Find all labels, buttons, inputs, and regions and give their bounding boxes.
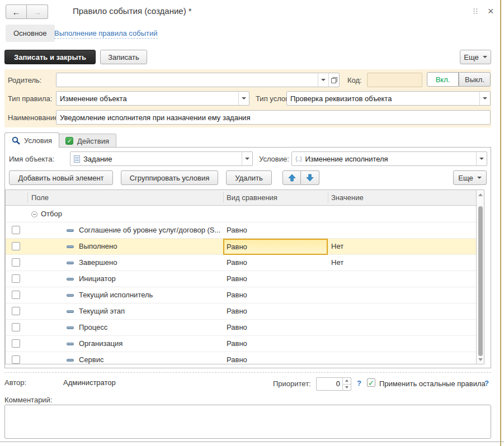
row-value[interactable]: Нет — [328, 255, 343, 271]
column-header-comparison[interactable]: Вид сравнения — [227, 190, 277, 206]
apply-help-icon[interactable]: ? — [484, 379, 489, 387]
condition-type-dropdown-button[interactable] — [479, 92, 490, 105]
row-checkbox[interactable] — [12, 355, 20, 364]
scroll-up-icon[interactable] — [477, 191, 484, 198]
back-arrow-icon: ← — [12, 7, 21, 17]
object-name-dropdown-button[interactable] — [242, 152, 252, 165]
filter-item-icon — [67, 245, 74, 248]
move-up-button[interactable] — [282, 170, 301, 185]
table-row[interactable]: Организация Равно — [6, 336, 476, 352]
condition-combo[interactable]: {..} Изменение исполнителя — [291, 151, 487, 166]
tab-conditions[interactable]: Условия — [4, 132, 59, 148]
row-checkbox[interactable] — [12, 258, 20, 267]
column-header-field[interactable]: Поле — [31, 190, 49, 206]
enabled-off-button[interactable]: Выкл. — [459, 72, 491, 87]
group-conditions-button[interactable]: Сгруппировать условия — [121, 170, 218, 185]
row-comparison[interactable]: Равно — [223, 287, 328, 303]
table-row[interactable]: Сервис Равно — [6, 352, 476, 364]
move-down-button[interactable] — [301, 170, 319, 185]
row-comparison[interactable]: Равно — [223, 303, 328, 319]
add-element-button[interactable]: Добавить новый элемент — [9, 170, 113, 185]
tab-actions[interactable]: ✓ Действия — [58, 134, 116, 148]
row-checkbox[interactable] — [12, 307, 20, 315]
vertical-scrollbar[interactable] — [476, 190, 484, 364]
conditions-table: Поле Вид сравнения Значение Отбор Соглаш… — [5, 189, 484, 364]
form-more-label: Еще — [464, 53, 478, 61]
table-row[interactable]: Завершено Равно Нет — [6, 255, 476, 271]
collapse-icon[interactable] — [31, 211, 37, 217]
chevron-down-icon — [245, 158, 249, 160]
more-menu-icon[interactable] — [472, 7, 479, 16]
object-name-label: Имя объекта: — [9, 155, 54, 163]
conditions-more-button[interactable]: Еще — [453, 170, 487, 185]
object-name-value: Задание — [80, 155, 242, 163]
chevron-down-icon — [483, 97, 487, 99]
close-icon[interactable]: × — [488, 7, 494, 15]
condition-type-value: Проверка реквизитов объекта — [287, 94, 479, 103]
save-and-close-button[interactable]: Записать и закрыть — [4, 50, 96, 64]
scroll-down-icon[interactable] — [477, 355, 484, 363]
history-nav: ← → — [6, 4, 48, 19]
row-field: Завершено — [79, 255, 117, 271]
search-icon — [12, 136, 20, 145]
apply-other-rules-checkbox[interactable]: ✓ — [367, 378, 375, 387]
table-row[interactable]: Выполнено Равно Нет — [6, 239, 476, 255]
table-row[interactable]: Соглашение об уровне услуг/договор (S...… — [6, 222, 476, 239]
back-button[interactable]: ← — [6, 4, 27, 19]
tab-conditions-label: Условия — [24, 136, 52, 145]
parent-dropdown-button[interactable] — [318, 73, 328, 87]
column-header-value[interactable]: Значение — [331, 190, 364, 206]
table-row[interactable]: Процесс Равно — [6, 320, 476, 336]
row-comparison[interactable]: Равно — [223, 239, 328, 255]
name-input[interactable]: Уведомление исполнителя при назначении е… — [56, 110, 491, 125]
row-checkbox[interactable] — [12, 323, 20, 331]
condition-value: Изменение исполнителя — [302, 155, 476, 163]
rule-type-value: Изменение объекта — [56, 94, 238, 103]
window-right-edge — [500, 0, 501, 446]
row-comparison[interactable]: Равно — [223, 255, 328, 271]
filter-item-icon — [67, 294, 74, 297]
row-field: Сервис — [79, 352, 104, 364]
code-input — [367, 73, 422, 87]
filter-item-icon — [67, 278, 74, 281]
priority-stepper[interactable]: 0 — [316, 377, 351, 391]
row-comparison[interactable]: Равно — [223, 352, 328, 364]
rule-type-dropdown-button[interactable] — [238, 92, 249, 105]
separator — [4, 372, 491, 373]
tab-main[interactable]: Основное — [6, 25, 55, 42]
row-comparison[interactable]: Равно — [223, 222, 328, 238]
enabled-toggle: Вкл. Выкл. — [427, 72, 491, 87]
comment-input[interactable] — [4, 405, 491, 439]
row-comparison[interactable]: Равно — [223, 336, 328, 352]
row-value[interactable]: Нет — [328, 239, 343, 254]
apply-other-rules-label: Применить остальные правила — [379, 379, 486, 388]
spin-up-icon[interactable] — [343, 378, 351, 385]
arrow-down-icon — [306, 174, 314, 182]
form-more-button[interactable]: Еще — [460, 50, 491, 64]
save-button[interactable]: Записать — [100, 50, 147, 64]
priority-help-icon[interactable]: ? — [357, 379, 361, 387]
delete-button[interactable]: Удалить — [226, 170, 272, 185]
link-rule-execution[interactable]: Выполнение правила событий — [54, 29, 158, 39]
parent-open-button[interactable] — [328, 73, 339, 87]
condition-type-combo[interactable]: Проверка реквизитов объекта — [286, 91, 491, 106]
row-checkbox[interactable] — [12, 339, 20, 348]
row-checkbox[interactable] — [12, 291, 20, 299]
row-comparison[interactable]: Равно — [223, 320, 328, 335]
table-row[interactable]: Текущий этап Равно — [6, 303, 476, 320]
condition-dropdown-button[interactable] — [476, 152, 487, 165]
table-row[interactable]: Текущий исполнитель Равно — [6, 287, 476, 303]
spin-down-icon[interactable] — [343, 385, 351, 391]
object-name-combo[interactable]: Задание — [70, 151, 253, 166]
row-comparison[interactable]: Равно — [223, 271, 328, 287]
rule-type-combo[interactable]: Изменение объекта — [56, 91, 249, 106]
forward-button[interactable]: → — [27, 4, 48, 19]
table-row[interactable]: Инициатор Равно — [6, 271, 476, 287]
row-checkbox[interactable] — [12, 242, 20, 250]
group-row[interactable]: Отбор — [6, 206, 476, 222]
row-checkbox[interactable] — [12, 274, 20, 283]
parent-input[interactable] — [56, 73, 340, 87]
row-checkbox[interactable] — [12, 226, 20, 234]
enabled-on-button[interactable]: Вкл. — [427, 72, 459, 87]
scrollbar-thumb[interactable] — [478, 206, 483, 356]
